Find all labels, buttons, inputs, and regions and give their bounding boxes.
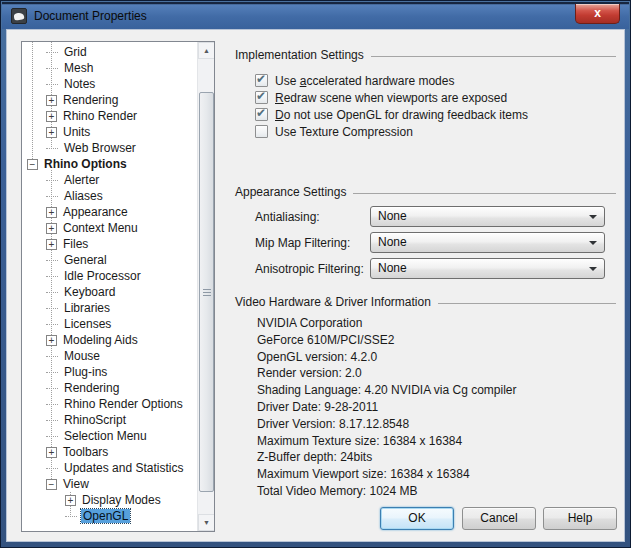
tree-item[interactable]: + Display Modes: [22, 492, 197, 508]
tree-expander-icon[interactable]: +: [46, 239, 57, 250]
dropdown-value: None: [378, 261, 407, 275]
tree-item[interactable]: Plug-ins: [22, 364, 197, 380]
tree-connector: [46, 68, 58, 69]
tree-item-label: Web Browser: [62, 141, 138, 155]
video-info-line: Driver Version: 8.17.12.8548: [257, 416, 517, 433]
title-bar[interactable]: Document Properties x: [2, 2, 629, 29]
tree-item[interactable]: + Units: [22, 124, 197, 140]
tree-item[interactable]: Alerter: [22, 172, 197, 188]
close-button[interactable]: x: [575, 4, 620, 24]
tree-item[interactable]: Libraries: [22, 300, 197, 316]
scrollbar-thumb[interactable]: [199, 92, 214, 492]
tree-connector: [46, 356, 58, 357]
options-tree-panel: Grid Mesh Notes + Rendering + Rhino Rend…: [21, 41, 215, 532]
tree-item[interactable]: + Toolbars: [22, 444, 197, 460]
tree-item[interactable]: RhinoScript: [22, 412, 197, 428]
dropdown-label: Antialiasing:: [255, 210, 320, 224]
tree-item[interactable]: + Rendering: [22, 92, 197, 108]
video-info-line: Z-Buffer depth: 24bits: [257, 449, 517, 466]
tree-item-label: Units: [61, 125, 92, 139]
tree-item-label: Rendering: [62, 381, 121, 395]
checkbox-row[interactable]: Use Texture Compression: [255, 123, 528, 140]
tree-expander-icon[interactable]: +: [46, 447, 57, 458]
tree-item[interactable]: + Modeling Aids: [22, 332, 197, 348]
options-tree: Grid Mesh Notes + Rendering + Rhino Rend…: [22, 42, 197, 531]
checkbox-icon[interactable]: ✔: [255, 74, 268, 87]
dropdown-select[interactable]: None: [370, 258, 605, 279]
tree-item[interactable]: + Appearance: [22, 204, 197, 220]
checkbox-icon[interactable]: ✔: [255, 91, 268, 104]
dropdown-row: Anisotropic Filtering: None: [255, 258, 624, 284]
tree-item[interactable]: Aliases: [22, 188, 197, 204]
checkbox-label: Redraw scene when viewports are exposed: [275, 91, 507, 105]
help-button[interactable]: Help: [543, 507, 617, 530]
tree-item[interactable]: Licenses: [22, 316, 197, 332]
tree-item[interactable]: Notes: [22, 76, 197, 92]
tree-connector: [46, 276, 58, 277]
dropdown-row: Mip Map Filtering: None: [255, 232, 624, 258]
tree-expander-icon[interactable]: −: [46, 479, 57, 490]
tree-expander-icon[interactable]: +: [46, 95, 57, 106]
appearance-settings-header: Appearance Settings: [235, 185, 616, 199]
tree-item[interactable]: − View: [22, 476, 197, 492]
checkbox-row[interactable]: ✔ Redraw scene when viewports are expose…: [255, 89, 528, 106]
tree-item[interactable]: Web Browser: [22, 140, 197, 156]
tree-item[interactable]: Selection Menu: [22, 428, 197, 444]
tree-item[interactable]: + Files: [22, 236, 197, 252]
tree-item[interactable]: Rhino Render Options: [22, 396, 197, 412]
video-info-line: Render version: 2.0: [257, 365, 517, 382]
tree-item-label: View: [61, 477, 91, 491]
tree-item-label: Selection Menu: [62, 429, 149, 443]
tree-connector: [46, 404, 58, 405]
checkbox-row[interactable]: ✔ Do not use OpenGL for drawing feedback…: [255, 106, 528, 123]
tree-item[interactable]: Grid: [22, 44, 197, 60]
tree-scrollbar[interactable]: ▲ ▼: [197, 42, 214, 531]
cancel-button[interactable]: Cancel: [462, 507, 536, 530]
tree-expander-icon[interactable]: +: [46, 111, 57, 122]
dropdown-row: Antialiasing: None: [255, 206, 624, 232]
tree-expander-icon[interactable]: +: [46, 207, 57, 218]
tree-item[interactable]: Mesh: [22, 60, 197, 76]
video-info-line: Maximum Texture size: 16384 x 16384: [257, 433, 517, 450]
tree-item[interactable]: Keyboard: [22, 284, 197, 300]
tree-expander-icon[interactable]: +: [65, 495, 76, 506]
tree-item-label: Display Modes: [80, 493, 163, 507]
tree-item[interactable]: OpenGL: [22, 508, 197, 524]
video-info-line: GeForce 610M/PCI/SSE2: [257, 332, 517, 349]
tree-item[interactable]: − Rhino Options: [22, 156, 197, 172]
tree-item-label: Mouse: [62, 349, 102, 363]
checkbox-icon[interactable]: [255, 125, 268, 138]
scroll-up-icon[interactable]: ▲: [198, 42, 215, 59]
scrollbar-grip: [203, 292, 211, 293]
tree-expander-icon[interactable]: −: [27, 159, 38, 170]
checkbox-row[interactable]: ✔ Use accelerated hardware modes: [255, 72, 528, 89]
dropdown-value: None: [378, 235, 407, 249]
tree-item[interactable]: General: [22, 252, 197, 268]
tree-item-label: Appearance: [61, 205, 130, 219]
tree-connector: [46, 196, 58, 197]
dropdown-select[interactable]: None: [370, 206, 605, 227]
tree-connector: [46, 292, 58, 293]
video-info-line: Maximum Viewport size: 16384 x 16384: [257, 466, 517, 483]
scroll-down-icon[interactable]: ▼: [198, 514, 215, 531]
tree-item[interactable]: Rendering: [22, 380, 197, 396]
tree-expander-icon[interactable]: +: [46, 223, 57, 234]
checkbox-icon[interactable]: ✔: [255, 108, 268, 121]
ok-button[interactable]: OK: [380, 507, 454, 530]
tree-item[interactable]: + Rhino Render: [22, 108, 197, 124]
tree-item[interactable]: Mouse: [22, 348, 197, 364]
tree-connector: [46, 180, 58, 181]
tree-connector: [65, 516, 77, 517]
tree-item[interactable]: + Context Menu: [22, 220, 197, 236]
tree-item[interactable]: Idle Processor: [22, 268, 197, 284]
video-info-list: NVIDIA CorporationGeForce 610M/PCI/SSE2O…: [257, 315, 517, 500]
dialog-body: Grid Mesh Notes + Rendering + Rhino Rend…: [6, 29, 625, 542]
tree-expander-icon[interactable]: +: [46, 127, 57, 138]
tree-item[interactable]: Updates and Statistics: [22, 460, 197, 476]
tree-item-label: OpenGL: [81, 509, 130, 523]
checkmark-icon: ✔: [256, 106, 266, 120]
tree-item-label: Grid: [62, 45, 89, 59]
tree-expander-icon[interactable]: +: [46, 335, 57, 346]
dropdown-select[interactable]: None: [370, 232, 605, 253]
checkbox-label: Do not use OpenGL for drawing feedback i…: [275, 108, 528, 122]
